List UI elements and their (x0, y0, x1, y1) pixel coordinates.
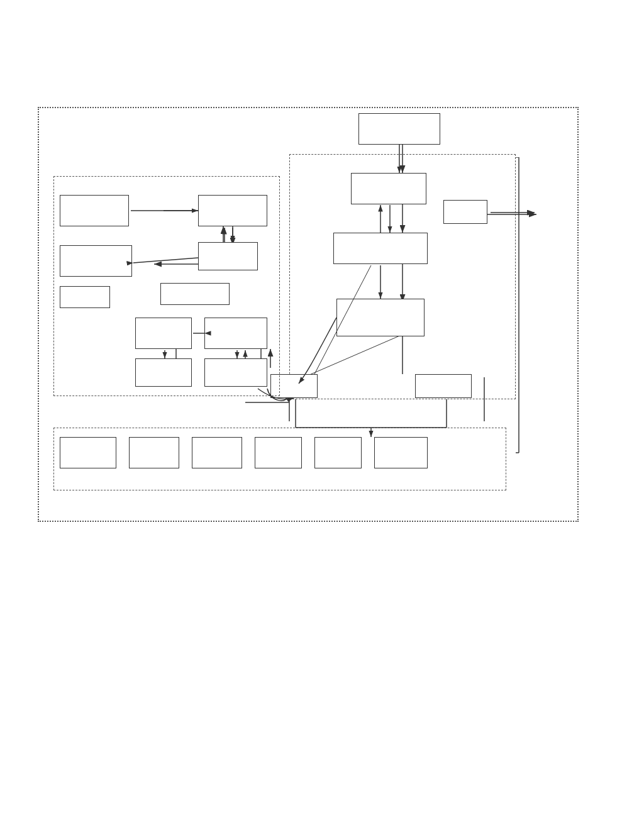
memory-controller-box (351, 173, 426, 204)
memory-access-box (336, 299, 425, 336)
acpi-box (255, 437, 302, 468)
data-module-box (160, 283, 230, 305)
decoder-box (135, 358, 192, 387)
system-memory-box (358, 113, 440, 145)
agu-box (60, 286, 110, 308)
programmable-pll-box (60, 195, 129, 226)
instruction-cache-box (204, 318, 267, 349)
low-pin-count-box (192, 437, 242, 468)
pci-bridge-box (129, 437, 179, 468)
fetch-module-box (135, 318, 192, 349)
diagram-container (38, 107, 604, 534)
north-bridge-core-box (333, 233, 428, 264)
cache-management-92-box (204, 358, 267, 387)
alu-box (60, 245, 132, 277)
agp-box (443, 200, 487, 224)
usb-box (314, 437, 362, 468)
page-header (0, 0, 644, 24)
arbitration-box (374, 437, 428, 468)
data-cache-box (198, 242, 258, 270)
cache-management-86-box (198, 195, 267, 226)
device-bus-box (415, 374, 472, 398)
disc-interface-box (60, 437, 116, 468)
